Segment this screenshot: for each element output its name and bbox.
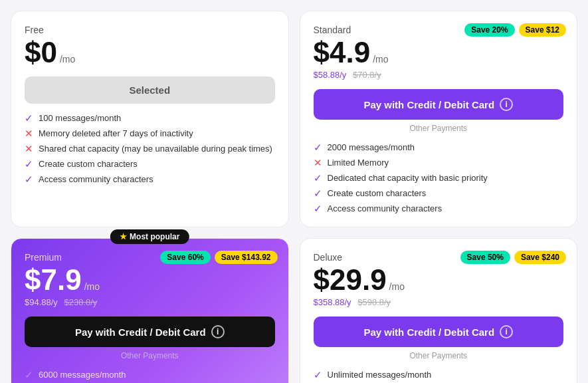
feature-text: Memory deleted after 7 days of inactivit… xyxy=(39,128,193,138)
feature-text: 2000 messages/month xyxy=(328,142,415,152)
feature-text: Create custom characters xyxy=(328,188,427,198)
price-row: $7.9 /mo xyxy=(25,265,275,295)
pay-button-label: Pay with Credit / Debit Card xyxy=(363,326,494,338)
badge-row: Save 20%Save $12 xyxy=(464,23,566,37)
pricing-grid: Free $0 /mo Selected ✓ 100 messages/mont… xyxy=(11,11,577,383)
price-row: $0 /mo xyxy=(25,38,275,67)
selected-button[interactable]: Selected xyxy=(25,76,275,104)
pay-button[interactable]: Pay with Credit / Debit Card i xyxy=(314,317,564,347)
price-annual: $358.88/y xyxy=(314,297,351,307)
badge-green: Save 20% xyxy=(464,23,514,37)
info-icon: i xyxy=(500,325,513,338)
plan-card-premium: ★ Most popular Save 60%Save $143.92Premi… xyxy=(11,238,289,383)
feature-item: ✕ Limited Memory xyxy=(314,158,564,168)
plan-per-mo: /mo xyxy=(60,54,75,64)
price-row: $4.9 /mo xyxy=(314,38,564,67)
price-annual: $58.88/y xyxy=(314,70,347,80)
cross-icon: ✕ xyxy=(314,158,322,168)
plan-price: $29.9 xyxy=(314,265,387,295)
plan-per-mo: /mo xyxy=(389,281,405,292)
check-icon: ✓ xyxy=(314,142,322,152)
plan-price: $0 xyxy=(25,38,57,67)
feature-item: ✓ 100 messages/month xyxy=(25,113,275,123)
feature-text: Shared chat capacity (may be unavailable… xyxy=(39,144,272,154)
check-icon: ✓ xyxy=(25,159,33,169)
feature-item: ✓ 6000 messages/month xyxy=(25,370,275,380)
check-icon: ✓ xyxy=(314,203,322,213)
check-icon: ✓ xyxy=(314,188,322,198)
feature-item: ✓ Create custom characters xyxy=(314,188,564,198)
other-payments-label: Other Payments xyxy=(314,124,564,133)
plan-card-standard: Save 20%Save $12Standard $4.9 /mo $58.88… xyxy=(300,11,578,227)
feature-item: ✓ Access community characters xyxy=(314,203,564,213)
star-icon: ★ xyxy=(120,232,127,241)
most-popular-label: Most popular xyxy=(130,232,179,241)
plan-per-mo: /mo xyxy=(84,281,100,292)
feature-item: ✓ Access community characters xyxy=(25,174,275,184)
badge-yellow: Save $12 xyxy=(519,23,566,37)
features-list: ✓ Unlimited messages/month ✓ Maximum Mem… xyxy=(314,370,564,383)
feature-text: Access community characters xyxy=(328,203,442,213)
feature-item: ✕ Memory deleted after 7 days of inactiv… xyxy=(25,128,275,138)
feature-item: ✓ 2000 messages/month xyxy=(314,142,564,152)
feature-item: ✓ Dedicated chat capacity with basic pri… xyxy=(314,173,564,183)
info-icon: i xyxy=(500,98,513,111)
badge-row: Save 50%Save $240 xyxy=(460,251,566,264)
feature-item: ✕ Shared chat capacity (may be unavailab… xyxy=(25,144,275,154)
features-list: ✓ 6000 messages/month ✓ Good Memory ✓ De… xyxy=(25,370,275,383)
plan-card-deluxe: Save 50%Save $240Deluxe $29.9 /mo $358.8… xyxy=(300,238,578,383)
plan-price: $7.9 xyxy=(25,265,82,295)
price-annual-original: $70.8/y xyxy=(353,70,381,80)
feature-text: Dedicated chat capacity with basic prior… xyxy=(328,173,488,183)
pay-button[interactable]: Pay with Credit / Debit Card i xyxy=(25,317,275,347)
price-annual-original: $238.8/y xyxy=(64,297,98,307)
plan-label: Free xyxy=(25,25,275,35)
pay-button-label: Pay with Credit / Debit Card xyxy=(75,326,206,338)
features-list: ✓ 2000 messages/month ✕ Limited Memory ✓… xyxy=(314,142,564,213)
badge-yellow: Save $240 xyxy=(514,251,566,264)
plan-price: $4.9 xyxy=(314,38,371,67)
pay-button-label: Pay with Credit / Debit Card xyxy=(363,99,494,110)
price-row: $29.9 /mo xyxy=(314,265,564,295)
badge-yellow: Save $143.92 xyxy=(215,251,278,264)
info-icon: i xyxy=(211,325,225,338)
pay-button[interactable]: Pay with Credit / Debit Card i xyxy=(314,89,564,120)
price-annual-original: $598.8/y xyxy=(357,297,391,307)
check-icon: ✓ xyxy=(314,370,322,380)
plan-card-free: Free $0 /mo Selected ✓ 100 messages/mont… xyxy=(11,11,289,227)
check-icon: ✓ xyxy=(25,370,33,380)
feature-text: Unlimited messages/month xyxy=(328,370,432,380)
feature-item: ✓ Unlimited messages/month xyxy=(314,370,564,380)
feature-text: 100 messages/month xyxy=(39,113,121,123)
cross-icon: ✕ xyxy=(25,144,33,154)
check-icon: ✓ xyxy=(25,113,33,123)
features-list: ✓ 100 messages/month ✕ Memory deleted af… xyxy=(25,113,275,184)
feature-text: 6000 messages/month xyxy=(39,370,126,380)
check-icon: ✓ xyxy=(314,173,322,183)
price-annual: $94.88/y xyxy=(25,297,58,307)
other-payments-label: Other Payments xyxy=(314,351,564,360)
price-annual-row: $358.88/y $598.8/y xyxy=(314,297,564,307)
other-payments-label: Other Payments xyxy=(25,351,275,360)
badge-green: Save 50% xyxy=(460,251,510,264)
cross-icon: ✕ xyxy=(25,128,33,138)
price-annual-row: $58.88/y $70.8/y xyxy=(314,70,564,80)
feature-text: Limited Memory xyxy=(328,158,389,168)
badge-row: Save 60%Save $143.92 xyxy=(160,251,277,264)
price-annual-row: $94.88/y $238.8/y xyxy=(25,297,275,307)
feature-item: ✓ Create custom characters xyxy=(25,159,275,169)
badge-green: Save 60% xyxy=(160,251,210,264)
feature-text: Create custom characters xyxy=(39,159,138,169)
most-popular-badge: ★ Most popular xyxy=(110,229,189,244)
feature-text: Access community characters xyxy=(39,174,153,184)
check-icon: ✓ xyxy=(25,174,33,184)
plan-per-mo: /mo xyxy=(373,54,388,64)
